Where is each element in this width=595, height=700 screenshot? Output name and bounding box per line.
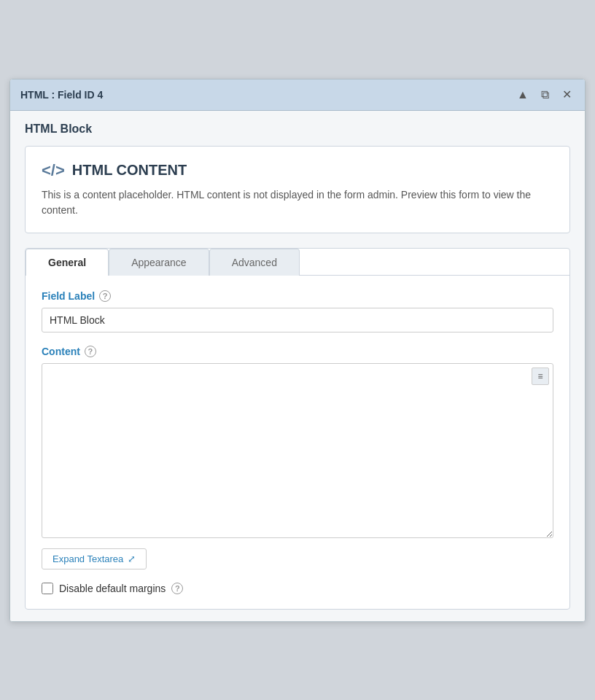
disable-margins-help-icon[interactable]: ? (171, 583, 183, 594)
section-title: HTML Block (25, 122, 570, 136)
textarea-menu-icon[interactable]: ≡ (532, 368, 549, 385)
placeholder-heading: HTML CONTENT (72, 162, 187, 179)
disable-margins-checkbox[interactable] (42, 583, 53, 594)
field-label-help-icon[interactable]: ? (99, 290, 111, 302)
widget-header: HTML : Field ID 4 ▲ ⧉ ✕ (10, 79, 585, 111)
content-label-row: Content ? (42, 346, 553, 357)
expand-textarea-label: Expand Textarea (52, 553, 123, 564)
html-field-widget: HTML : Field ID 4 ▲ ⧉ ✕ HTML Block </> H… (9, 79, 586, 622)
field-label-text: Field Label (42, 290, 95, 302)
tabs-nav: General Appearance Advanced (26, 249, 569, 276)
copy-icon[interactable]: ⧉ (537, 87, 553, 103)
collapse-icon[interactable]: ▲ (515, 87, 531, 103)
close-icon[interactable]: ✕ (559, 87, 575, 103)
placeholder-header: </> HTML CONTENT (42, 161, 553, 180)
disable-margins-label: Disable default margins (59, 583, 166, 594)
content-textarea[interactable] (42, 363, 553, 538)
tab-appearance[interactable]: Appearance (109, 249, 209, 276)
expand-textarea-icon: ⤢ (128, 553, 136, 564)
widget-body: HTML Block </> HTML CONTENT This is a co… (10, 111, 585, 621)
field-label-input[interactable] (42, 308, 553, 332)
header-actions: ▲ ⧉ ✕ (515, 87, 575, 103)
content-label-text: Content (42, 346, 80, 357)
content-area-wrapper: ≡ (42, 363, 553, 541)
expand-textarea-button[interactable]: Expand Textarea ⤢ (42, 548, 147, 569)
html-placeholder: </> HTML CONTENT This is a content place… (25, 146, 570, 233)
placeholder-description: This is a content placeholder. HTML cont… (42, 187, 553, 218)
html-code-icon: </> (42, 161, 65, 180)
tab-advanced[interactable]: Advanced (209, 249, 300, 276)
tabs-container: General Appearance Advanced Field Label … (25, 248, 570, 610)
disable-margins-row: Disable default margins ? (42, 583, 553, 594)
widget-title: HTML : Field ID 4 (20, 89, 103, 101)
content-help-icon[interactable]: ? (85, 346, 96, 357)
tab-content-general: Field Label ? Content ? ≡ Expand Textare… (26, 276, 569, 609)
tab-general[interactable]: General (26, 249, 109, 276)
field-label-row: Field Label ? (42, 290, 553, 302)
